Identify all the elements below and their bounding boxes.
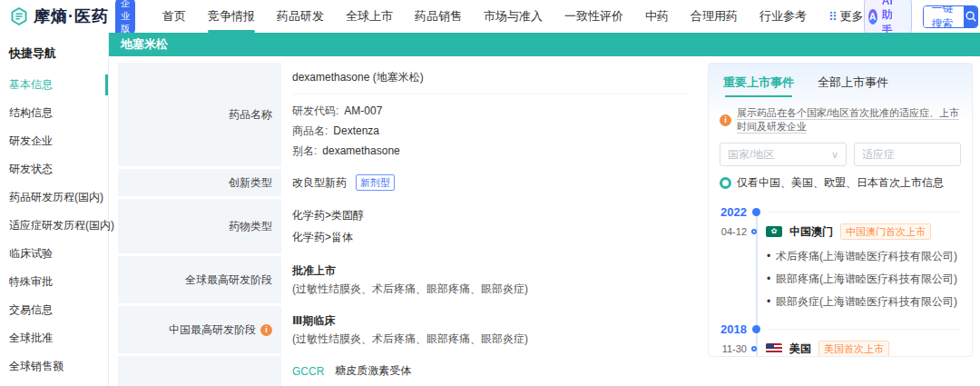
timeline-group-2022: 2022 04-12 ✿ 中国澳门 中国澳门首次上市 术后疼痛(上 bbox=[720, 205, 961, 313]
nav-item-industry-reference[interactable]: 行业参考 bbox=[760, 0, 807, 33]
timeline-group-2018: 2018 11-30 美国 美国首次上市 术后疼痛(Ocular bbox=[720, 322, 961, 357]
new-formulation-tag[interactable]: 新剂型 bbox=[356, 174, 395, 191]
nav-item-global-launch[interactable]: 全球上市 bbox=[346, 0, 393, 33]
indication-input[interactable] bbox=[854, 143, 961, 166]
timeline-year: 2022 bbox=[720, 205, 747, 219]
chevron-down-icon: ∨ bbox=[831, 149, 838, 161]
nav-item-competitive-intel[interactable]: 竞争情报 bbox=[208, 0, 255, 33]
row-value: 改良型新药 新剂型 bbox=[281, 169, 699, 196]
quick-search-control[interactable]: 一键搜索 bbox=[923, 5, 978, 28]
tab-important-launch-events[interactable]: 重要上市事件 bbox=[723, 74, 794, 97]
global-stage-value: 批准上市 bbox=[292, 262, 688, 280]
sidebar-item-special-approval[interactable]: 特殊审批 bbox=[0, 268, 108, 296]
nav-more-label: 更多 bbox=[840, 8, 864, 25]
sidebar-title: 快捷导航 bbox=[0, 40, 108, 71]
ai-assistant-icon: A bbox=[868, 9, 877, 25]
notice-info-icon: i bbox=[720, 114, 731, 126]
row-value: dexamethasone (地塞米松) 研发代码: AM-007 商品名: D… bbox=[281, 63, 699, 166]
sidebar-item-clinical-trials[interactable]: 临床试验 bbox=[0, 240, 108, 268]
sidebar-item-related-info[interactable]: 关联信息 bbox=[0, 381, 108, 386]
first-launch-tag: 美国首次上市 bbox=[818, 341, 889, 357]
sidebar-item-indication-rnd-history[interactable]: 适应症研发历程(国内) bbox=[0, 212, 108, 240]
edition-badge: 企业版 bbox=[115, 0, 135, 36]
year-divider bbox=[768, 212, 961, 213]
sidebar-item-rnd-status[interactable]: 研发状态 bbox=[0, 155, 108, 183]
nav-item-market-access[interactable]: 市场与准入 bbox=[484, 0, 543, 33]
row-value: Ⅲ期临床 (过敏性结膜炎、术后疼痛、眼部疼痛、眼部炎症) bbox=[281, 306, 699, 353]
event-item: 术后疼痛(上海谱睦医疗科技有限公司) bbox=[767, 245, 961, 268]
drug-code-label: 研发代码: bbox=[292, 101, 338, 121]
timeline-year-row: 2022 bbox=[720, 205, 961, 219]
search-icon bbox=[965, 10, 977, 23]
sidebar-item-rnd-companies[interactable]: 研发企业 bbox=[0, 127, 108, 155]
sidebar-item-deals[interactable]: 交易信息 bbox=[0, 296, 108, 324]
radio-label: 仅看中国、美国、欧盟、日本首次上市信息 bbox=[737, 175, 944, 191]
table-row-innovation-type: 创新类型 改良型新药 新剂型 bbox=[118, 169, 699, 196]
row-label: 全球最高研发阶段 bbox=[118, 256, 281, 303]
drug-primary-name: dexamethasone (地塞米松) bbox=[292, 68, 688, 94]
row-label: 中国最高研发阶段 i bbox=[118, 306, 281, 353]
nav-item-drug-rnd[interactable]: 药品研发 bbox=[277, 0, 324, 33]
drug-code-line: 研发代码: AM-007 bbox=[292, 101, 688, 121]
china-stage-indications: (过敏性结膜炎、术后疼痛、眼部疼痛、眼部炎症) bbox=[292, 330, 688, 348]
country-region-select[interactable]: 国家/地区 ∨ bbox=[720, 143, 847, 166]
quick-nav-sidebar: 快捷导航 基本信息 结构信息 研发企业 研发状态 药品研发历程(国内) 适应症研… bbox=[0, 33, 109, 386]
table-row-global-stage: 全球最高研发阶段 批准上市 (过敏性结膜炎、术后疼痛、眼部疼痛、眼部炎症) bbox=[118, 256, 699, 303]
event-marker-icon bbox=[751, 229, 757, 234]
sidebar-item-global-sales[interactable]: 全球销售额 bbox=[0, 352, 108, 381]
drug-alias-label: 别名: bbox=[292, 141, 317, 161]
radio-button[interactable] bbox=[720, 177, 731, 189]
tab-all-launch-events[interactable]: 全部上市事件 bbox=[818, 74, 888, 97]
table-row-drug-type: 药物类型 化学药>类固醇 化学药>甾体 bbox=[118, 199, 699, 253]
row-value: 批准上市 (过敏性结膜炎、术后疼痛、眼部疼痛、眼部炎症) bbox=[281, 256, 699, 303]
target-head: GCCR 糖皮质激素受体 bbox=[292, 363, 688, 379]
brand-logo[interactable]: 摩熵·医药 企业版 bbox=[9, 0, 135, 36]
us-flag-icon bbox=[766, 343, 782, 354]
timeline-event-row: 04-12 ✿ 中国澳门 中国澳门首次上市 bbox=[720, 223, 961, 240]
page-title: 地塞米松 bbox=[121, 36, 168, 53]
drug-type-line: 化学药>类固醇 bbox=[292, 204, 688, 226]
event-item: 眼部炎症(上海谱睦医疗科技有限公司) bbox=[767, 291, 961, 313]
country-region-placeholder: 国家/地区 bbox=[728, 147, 774, 163]
timeline-event-row: 11-30 美国 美国首次上市 bbox=[720, 341, 961, 357]
events-filters: 国家/地区 ∨ bbox=[720, 143, 961, 166]
content-body: 药品名称 dexamethasone (地塞米松) 研发代码: AM-007 商… bbox=[109, 56, 980, 386]
event-item: 眼部疼痛(上海谱睦医疗科技有限公司) bbox=[767, 268, 961, 291]
sidebar-item-basic-info[interactable]: 基本信息 bbox=[0, 71, 108, 99]
search-button[interactable] bbox=[964, 6, 977, 27]
notice-text: 展示药品在各个国家/地区首次批准的适应症、上市时间及研发企业 bbox=[737, 106, 961, 134]
year-dot-icon bbox=[752, 208, 760, 216]
event-date: 11-30 bbox=[720, 343, 747, 354]
drug-title-bar: 地塞米松 bbox=[109, 33, 980, 56]
nav-item-tcm[interactable]: 中药 bbox=[645, 0, 669, 33]
innovation-type-value: 改良型新药 bbox=[292, 174, 347, 191]
row-label: 靶点 bbox=[118, 356, 281, 386]
target-code-link[interactable]: GCCR bbox=[292, 365, 324, 378]
table-row-drug-name: 药品名称 dexamethasone (地塞米松) 研发代码: AM-007 商… bbox=[118, 63, 699, 166]
nav-item-home[interactable]: 首页 bbox=[162, 0, 186, 33]
drug-brand-value: Dextenza bbox=[333, 121, 379, 141]
sidebar-item-global-approval[interactable]: 全球批准 bbox=[0, 324, 108, 352]
global-stage-indications: (过敏性结膜炎、术后疼痛、眼部疼痛、眼部炎症) bbox=[292, 280, 688, 298]
nav-item-rational-use[interactable]: 合理用药 bbox=[691, 0, 738, 33]
nav-item-drug-sales[interactable]: 药品销售 bbox=[415, 0, 462, 33]
content-area: 地塞米松 药品名称 dexamethasone (地塞米松) 研发代码: AM-… bbox=[109, 33, 980, 386]
event-items: 术后疼痛(上海谱睦医疗科技有限公司) 眼部疼痛(上海谱睦医疗科技有限公司) 眼部… bbox=[767, 245, 961, 313]
sidebar-item-drug-rnd-history[interactable]: 药品研发历程(国内) bbox=[0, 183, 108, 212]
quick-search-label: 一键搜索 bbox=[924, 6, 964, 27]
launch-timeline: 2022 04-12 ✿ 中国澳门 中国澳门首次上市 术后疼痛(上 bbox=[720, 205, 961, 357]
nav-item-more[interactable]: ⠿ 更多 bbox=[828, 0, 864, 33]
main-nav: 首页 竞争情报 药品研发 全球上市 药品销售 市场与准入 一致性评价 中药 合理… bbox=[162, 0, 864, 33]
main-layout: 快捷导航 基本信息 结构信息 研发企业 研发状态 药品研发历程(国内) 适应症研… bbox=[0, 33, 980, 386]
info-icon[interactable]: i bbox=[260, 324, 272, 336]
drug-info-table: 药品名称 dexamethasone (地塞米松) 研发代码: AM-007 商… bbox=[118, 63, 699, 386]
table-row-china-stage: 中国最高研发阶段 i Ⅲ期临床 (过敏性结膜炎、术后疼痛、眼部疼痛、眼部炎症) bbox=[118, 306, 699, 353]
timeline-year-row: 2018 bbox=[720, 322, 961, 336]
sidebar-item-structure-info[interactable]: 结构信息 bbox=[0, 99, 108, 127]
brand-logo-text: 摩熵·医药 bbox=[34, 5, 109, 27]
nav-item-consistency-eval[interactable]: 一致性评价 bbox=[564, 0, 623, 33]
row-value: GCCR 糖皮质激素受体 全称: Glucocorticoid Receptor… bbox=[281, 356, 699, 386]
row-value: 化学药>类固醇 化学药>甾体 bbox=[281, 199, 699, 253]
event-country: 美国 bbox=[789, 341, 811, 357]
china-stage-label: 中国最高研发阶段 bbox=[169, 322, 256, 338]
